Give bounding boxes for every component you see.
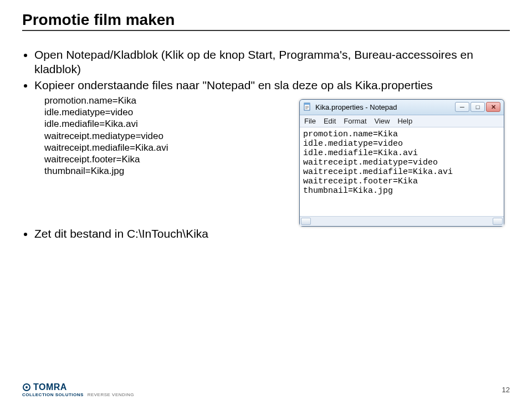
maximize-icon: □ bbox=[476, 104, 480, 110]
code-line: thumbnail=Kika.jpg bbox=[44, 165, 168, 177]
notepad-title: Kika.properties - Notepad bbox=[315, 103, 455, 111]
bullet-item: Zet dit bestand in C:\InTouch\Kika bbox=[34, 227, 510, 241]
brand-name: TOMRA bbox=[33, 382, 67, 392]
notepad-window: Kika.properties - Notepad ─ □ ✕ File Edi… bbox=[299, 99, 504, 227]
notepad-scrollbar-horizontal[interactable] bbox=[300, 216, 504, 226]
svg-point-6 bbox=[25, 386, 28, 388]
code-line: idle.mediatype=video bbox=[44, 106, 168, 118]
minimize-icon: ─ bbox=[460, 104, 464, 110]
bullet-list: Open Notepad/Kladblok (Klik op de knop S… bbox=[22, 48, 510, 93]
menu-view[interactable]: View bbox=[375, 117, 390, 125]
code-line: promotion.name=Kika bbox=[44, 95, 168, 106]
close-button[interactable]: ✕ bbox=[486, 102, 500, 112]
bullet-list-bottom: Zet dit bestand in C:\InTouch\Kika bbox=[22, 227, 510, 241]
code-block: promotion.name=Kika idle.mediatype=video… bbox=[44, 95, 168, 177]
menu-format[interactable]: Format bbox=[344, 117, 366, 125]
notepad-titlebar[interactable]: Kika.properties - Notepad ─ □ ✕ bbox=[300, 100, 504, 115]
slide-footer: TOMRA COLLECTION SOLUTIONS REVERSE VENDI… bbox=[22, 382, 510, 397]
menu-file[interactable]: File bbox=[304, 117, 316, 125]
bullet-item: Open Notepad/Kladblok (Klik op de knop S… bbox=[34, 48, 510, 77]
brand-sub-cs: COLLECTION SOLUTIONS bbox=[22, 392, 84, 397]
notepad-textarea[interactable]: promotion.name=Kika idle.mediatype=video… bbox=[303, 130, 500, 213]
notepad-menubar: File Edit Format View Help bbox=[300, 115, 504, 127]
code-line: idle.mediafile=Kika.avi bbox=[44, 118, 168, 130]
menu-edit[interactable]: Edit bbox=[324, 117, 336, 125]
tomra-logo-icon bbox=[22, 383, 31, 392]
maximize-button[interactable]: □ bbox=[470, 102, 485, 112]
code-line: waitreceipt.mediatype=video bbox=[44, 130, 168, 142]
notepad-app-icon bbox=[303, 102, 312, 111]
code-line: waitreceipt.footer=Kika bbox=[44, 153, 168, 165]
minimize-button[interactable]: ─ bbox=[455, 102, 469, 112]
page-number: 12 bbox=[502, 386, 510, 394]
page-title: Promotie film maken bbox=[22, 11, 510, 31]
code-line: waitreceipt.mediafile=Kika.avi bbox=[44, 142, 168, 153]
bullet-item: Kopieer onderstaande files naar "Notepad… bbox=[34, 78, 510, 93]
svg-rect-1 bbox=[304, 103, 310, 105]
close-icon: ✕ bbox=[491, 104, 496, 110]
brand-sub-rv: REVERSE VENDING bbox=[88, 392, 134, 397]
menu-help[interactable]: Help bbox=[397, 117, 412, 125]
